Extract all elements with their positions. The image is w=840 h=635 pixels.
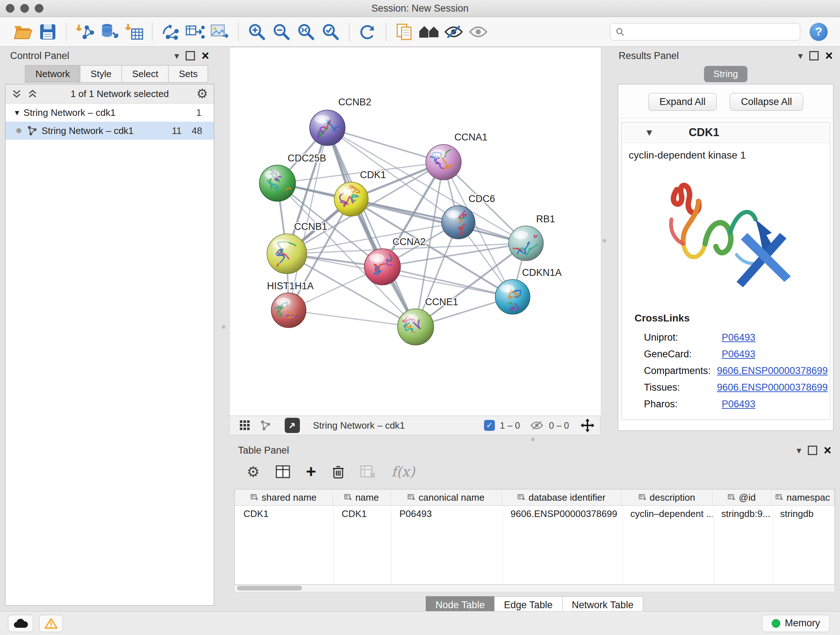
birdseye-move-icon[interactable] bbox=[580, 418, 595, 433]
column-header-canonical-name[interactable]: canonical name bbox=[391, 489, 502, 505]
table-cell[interactable]: 9606.ENSP00000378699 bbox=[502, 508, 622, 519]
show-columns-icon[interactable] bbox=[276, 465, 290, 478]
network-edge[interactable] bbox=[327, 128, 416, 327]
collapse-all-button[interactable]: Collapse All bbox=[729, 93, 803, 111]
horizontal-scrollbar[interactable] bbox=[234, 585, 835, 592]
warnings-button[interactable] bbox=[39, 615, 63, 632]
splitter-handle[interactable] bbox=[531, 438, 535, 441]
import-table-icon[interactable] bbox=[123, 21, 144, 43]
panel-float-icon[interactable]: ▾ bbox=[798, 50, 803, 62]
zoom-out-icon[interactable] bbox=[271, 21, 292, 43]
network-node-rb1[interactable] bbox=[508, 221, 543, 261]
import-network-file-icon[interactable] bbox=[74, 21, 95, 43]
layout-refresh-icon[interactable] bbox=[357, 21, 378, 43]
column-header-description[interactable]: description bbox=[622, 489, 712, 505]
table-cell[interactable]: cyclin–dependent ... bbox=[622, 508, 712, 519]
cloud-status-button[interactable] bbox=[8, 615, 33, 632]
network-node-ccna1[interactable] bbox=[425, 144, 461, 180]
column-header--id[interactable]: @id bbox=[713, 489, 772, 505]
collapse-section-icon[interactable]: ▼ bbox=[645, 127, 654, 138]
table-cell[interactable]: CDK1 bbox=[333, 508, 391, 519]
expand-all-button[interactable]: Expand All bbox=[648, 93, 717, 111]
search-input[interactable] bbox=[628, 26, 795, 38]
scrollbar-thumb[interactable] bbox=[237, 586, 302, 591]
hidden-elements-icon[interactable] bbox=[530, 420, 544, 431]
network-node-ccne1[interactable] bbox=[398, 309, 434, 345]
panel-close-icon[interactable]: × bbox=[824, 447, 831, 454]
tab-select[interactable]: Select bbox=[122, 65, 169, 82]
column-header-database-identifier[interactable]: database identifier bbox=[502, 489, 622, 505]
open-folder-icon[interactable] bbox=[13, 21, 34, 43]
add-column-icon[interactable]: + bbox=[306, 465, 316, 478]
grid-view-icon[interactable] bbox=[237, 415, 253, 436]
crosslink-value-link[interactable]: P06493 bbox=[722, 348, 755, 360]
network-canvas[interactable]: CCNB2CCNA1CDC25BCDK1CDC6RB1CCNB1CCNA2CDK… bbox=[229, 47, 601, 416]
show-eye-icon[interactable] bbox=[468, 21, 489, 43]
new-network-icon[interactable] bbox=[160, 21, 181, 43]
network-from-table-icon[interactable] bbox=[185, 21, 206, 43]
network-node-ccnb2[interactable] bbox=[309, 110, 345, 146]
function-builder-icon[interactable]: f(x) bbox=[392, 464, 415, 480]
table-settings-gear-icon[interactable]: ⚙ bbox=[247, 465, 260, 478]
table-cell[interactable]: stringdb bbox=[771, 508, 835, 519]
network-node-hist1h1a[interactable] bbox=[271, 293, 306, 328]
tab-string[interactable]: String bbox=[704, 66, 747, 82]
crosslink-value-link[interactable]: P06493 bbox=[722, 399, 755, 410]
network-node-cdc25b[interactable] bbox=[259, 165, 295, 201]
network-view-icon[interactable] bbox=[257, 415, 273, 436]
copy-icon[interactable] bbox=[394, 21, 415, 43]
crosslink-value-link[interactable]: 9606.ENSP00000378699 bbox=[717, 365, 828, 377]
search-field[interactable] bbox=[610, 23, 800, 41]
table-cell[interactable]: stringdb:9... bbox=[713, 508, 772, 519]
expand-all-networks-icon[interactable] bbox=[11, 88, 22, 99]
network-edge[interactable] bbox=[289, 310, 416, 327]
collapse-all-networks-icon[interactable] bbox=[27, 88, 38, 99]
control-panel: Control Panel ▾ × Network Style Select S… bbox=[5, 48, 214, 606]
zoom-in-icon[interactable] bbox=[246, 21, 267, 43]
column-header-shared-name[interactable]: shared name bbox=[235, 489, 333, 505]
column-header-name[interactable]: name bbox=[333, 489, 391, 505]
gear-icon[interactable]: ⚙ bbox=[196, 87, 208, 100]
memory-button[interactable]: Memory bbox=[762, 615, 830, 632]
panel-close-icon[interactable]: × bbox=[825, 52, 833, 59]
network-node-ccnb1[interactable] bbox=[267, 234, 307, 276]
panel-maximize-icon[interactable] bbox=[808, 446, 817, 455]
network-collection-row[interactable]: ▾ String Network – cdk1 1 bbox=[5, 103, 214, 122]
panel-maximize-icon[interactable] bbox=[809, 51, 819, 60]
help-icon[interactable]: ? bbox=[810, 23, 828, 41]
panel-maximize-icon[interactable] bbox=[186, 51, 195, 60]
table-row[interactable]: CDK1CDK1P064939606.ENSP00000378699cyclin… bbox=[235, 506, 835, 522]
crosslink-value-link[interactable]: 9606.ENSP00000378699 bbox=[717, 382, 828, 393]
gene-section-header[interactable]: ▼ CDK1 bbox=[622, 122, 830, 143]
panel-close-icon[interactable]: × bbox=[202, 52, 209, 59]
network-edge[interactable] bbox=[327, 128, 444, 162]
hide-eye-icon[interactable] bbox=[443, 21, 464, 43]
panel-float-icon[interactable]: ▾ bbox=[797, 445, 801, 456]
column-header-namespac[interactable]: namespac bbox=[771, 489, 835, 505]
selected-nodes-icon[interactable]: ✓ bbox=[484, 420, 495, 431]
save-icon[interactable] bbox=[37, 21, 58, 43]
tab-network[interactable]: Network bbox=[25, 65, 80, 82]
zoom-selected-icon[interactable] bbox=[320, 21, 341, 43]
crosslink-value-link[interactable]: P06493 bbox=[722, 332, 755, 343]
export-image-icon[interactable] bbox=[210, 21, 231, 43]
network-node-cdc6[interactable] bbox=[442, 206, 475, 239]
tab-style[interactable]: Style bbox=[80, 65, 122, 82]
splitter-handle[interactable] bbox=[603, 239, 606, 242]
home-icon[interactable] bbox=[418, 21, 439, 43]
tree-expand-icon[interactable]: ▾ bbox=[15, 108, 19, 118]
splitter-handle[interactable] bbox=[222, 325, 225, 329]
panel-float-icon[interactable]: ▾ bbox=[174, 50, 179, 62]
network-row-selected[interactable]: String Network – cdk1 11 48 bbox=[5, 122, 214, 140]
network-node-cdk1[interactable] bbox=[334, 182, 368, 216]
network-node-cdkn1a[interactable] bbox=[495, 279, 530, 321]
table-cell[interactable]: CDK1 bbox=[235, 508, 333, 519]
table-cell[interactable]: P06493 bbox=[391, 508, 502, 519]
import-network-database-icon[interactable] bbox=[99, 21, 120, 43]
delete-column-icon[interactable] bbox=[332, 465, 344, 478]
detach-view-icon[interactable] bbox=[285, 418, 300, 433]
tab-sets[interactable]: Sets bbox=[168, 65, 208, 82]
zoom-fit-icon[interactable] bbox=[295, 21, 317, 43]
network-edge[interactable] bbox=[382, 267, 513, 297]
network-node-ccna2[interactable] bbox=[364, 245, 403, 285]
